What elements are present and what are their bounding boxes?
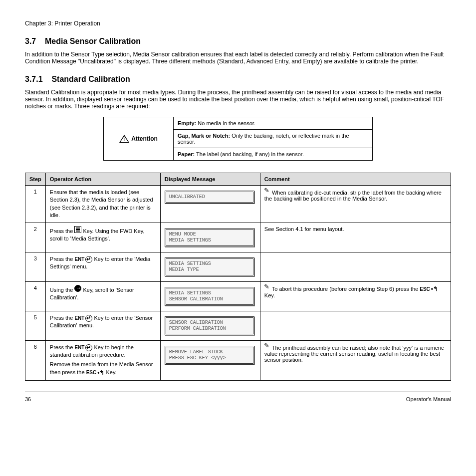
step-num: 2 (25, 223, 46, 252)
op-extra-post: Key. (106, 369, 116, 375)
table-row: 5 Press the ENT Key to enter the 'Sensor… (25, 311, 451, 340)
comment-post: Key. (264, 292, 275, 298)
lcd-line: SENSOR CALIBRATION (169, 296, 250, 302)
footer-page-number: 36 (25, 396, 31, 402)
lcd-line: MEDIA SETTINGS (169, 261, 250, 267)
menu-icon (74, 226, 81, 233)
step-num: 3 (25, 252, 46, 281)
esc-icon: ESC•↰ (420, 285, 438, 292)
col-comment: Comment (260, 173, 451, 186)
chapter-title: Chapter 3: Printer Operation (25, 20, 451, 27)
op-text-before: Press the (50, 256, 75, 262)
op-text-before: Press the (50, 315, 75, 321)
note-icon (264, 344, 270, 350)
step-num: 1 (25, 186, 46, 223)
attn-row1-left: Empty: (178, 120, 196, 126)
comment-text: The printhead assembly can be raised; al… (264, 345, 444, 363)
lcd-line: MENU MODE (169, 232, 250, 238)
op-text: Ensure that the media is loaded (see Sec… (50, 189, 156, 220)
lcd-display: MEDIA SETTINGS SENSOR CALIBRATION (165, 287, 254, 306)
warning-icon: ! (119, 135, 129, 143)
comment-pre: To abort this procedure (before completi… (272, 286, 420, 292)
col-operator: Operator Action (45, 173, 160, 186)
subsection-heading: 3.7.1 Standard Calibration (25, 75, 451, 84)
section-heading: 3.7 Media Sensor Calibration (25, 37, 451, 46)
table-row: 1 Ensure that the media is loaded (see S… (25, 186, 451, 223)
section-title: Media Sensor Calibration (45, 37, 141, 45)
section-intro: In addition to the Sensor Type selection… (25, 51, 451, 65)
op-text-before: Using the (50, 287, 75, 293)
lcd-line: MEDIA SETTINGS (169, 290, 250, 296)
op-text-before: Press the (50, 228, 75, 234)
ent-icon: ENT (74, 344, 92, 351)
footer-rule (25, 392, 451, 392)
footer-right-text: Operator's Manual (406, 396, 451, 402)
lcd-line: PERFORM CALIBRATION (169, 326, 250, 332)
lcd-line: SENSOR CALIBRATION (169, 320, 250, 326)
subsection-intro: Standard Calibration is appropriate for … (25, 89, 451, 110)
step-num: 4 (25, 281, 46, 311)
subsection-title: Standard Calibration (51, 75, 130, 83)
lcd-display: SENSOR CALIBRATION PERFORM CALIBRATION (165, 316, 254, 335)
subsection-number: 3.7.1 (25, 75, 43, 83)
table-row: 3 Press the ENT Key to enter the 'Media … (25, 252, 451, 281)
page-footer: 36 Operator's Manual (25, 396, 451, 402)
attn-row2-left: Gap, Mark or Notch: (178, 133, 230, 139)
lcd-line: MEDIA SETTINGS (169, 238, 250, 243)
ent-icon: ENT (74, 315, 92, 322)
comment-text: See Section 4.1 for menu layout. (264, 226, 344, 232)
ent-icon: ENT (74, 256, 92, 263)
attn-row1-right: No media in the sensor. (198, 120, 255, 126)
col-display: Displayed Message (160, 173, 260, 186)
attn-row3-left: Paper: (178, 151, 195, 157)
lcd-line: MEDIA TYPE (169, 267, 250, 273)
table-row: 4 Using the Key, scroll to 'Sensor Calib… (25, 281, 451, 311)
attention-label: Attention (131, 135, 158, 142)
lcd-display: REMOVE LABEL STOCK PRESS ESC KEY <yyy> (165, 346, 254, 365)
attention-box: ! Attention Empty: No media in the senso… (103, 117, 373, 161)
note-icon (264, 285, 270, 291)
lcd-display: MENU MODE MEDIA SETTINGS (165, 228, 254, 247)
fwd-icon (74, 285, 81, 292)
step-num: 6 (25, 340, 46, 380)
calibration-steps-table: Step Operator Action Displayed Message C… (25, 173, 451, 381)
note-icon (264, 189, 270, 195)
table-row: 6 Press the ENT Key to begin the standar… (25, 340, 451, 380)
lcd-line: PRESS ESC KEY <yyy> (169, 355, 250, 361)
col-step: Step (25, 173, 46, 186)
attn-row3-right: The label (and backing, if any) in the s… (196, 151, 304, 157)
section-number: 3.7 (25, 37, 36, 45)
lcd-line: REMOVE LABEL STOCK (169, 349, 250, 355)
table-row: 2 Press the Key. Using the FWD Key, scro… (25, 223, 451, 252)
step-num: 5 (25, 311, 46, 340)
op-text-before: Press the (50, 344, 75, 350)
lcd-display: UNCALIBRATED (165, 191, 254, 204)
lcd-line: UNCALIBRATED (169, 194, 250, 200)
comment-text: When calibrating die-cut media, strip th… (264, 190, 442, 202)
esc-icon: ESC•↰ (86, 369, 105, 377)
lcd-display: MEDIA SETTINGS MEDIA TYPE (165, 257, 254, 276)
